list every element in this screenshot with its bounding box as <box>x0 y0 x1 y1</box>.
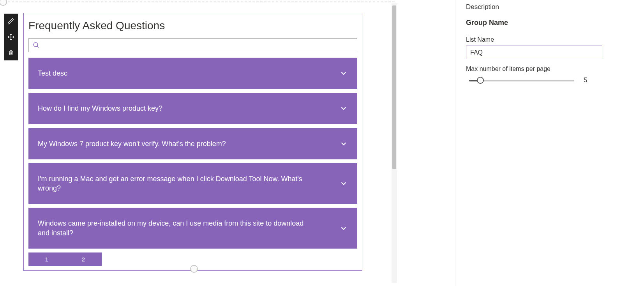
faq-question: How do I find my Windows product key? <box>38 104 162 113</box>
chevron-down-icon <box>339 179 348 188</box>
max-items-label: Max number of items per page <box>466 65 614 72</box>
chevron-down-icon <box>339 224 348 233</box>
slider-thumb[interactable] <box>477 77 484 84</box>
section-boundary-top <box>0 2 395 2</box>
chevron-down-icon <box>339 139 348 148</box>
canvas-scrollbar[interactable] <box>392 3 397 283</box>
section-handle-top[interactable] <box>0 0 7 6</box>
webpart-edit-toolbar <box>4 14 18 60</box>
property-pane: Description Group Name List Name Max num… <box>466 3 614 84</box>
pane-divider <box>455 0 455 286</box>
scrollbar-thumb[interactable] <box>392 5 396 169</box>
group-heading: Group Name <box>466 19 614 27</box>
faq-question: My Windows 7 product key won't verify. W… <box>38 139 226 148</box>
move-icon <box>7 34 14 41</box>
delete-button[interactable] <box>4 45 18 60</box>
trash-icon <box>8 49 14 56</box>
section-handle-bottom[interactable] <box>190 265 198 273</box>
faq-item[interactable]: Test desc <box>28 58 357 89</box>
max-items-slider-row: 5 <box>466 76 614 84</box>
slider-track <box>469 80 574 81</box>
faq-item[interactable]: Windows came pre-installed on my device,… <box>28 208 357 249</box>
chevron-down-icon <box>339 104 348 113</box>
move-button[interactable] <box>4 29 18 45</box>
faq-question: I'm running a Mac and get an error messa… <box>38 174 311 193</box>
description-label: Description <box>466 3 614 11</box>
faq-item[interactable]: I'm running a Mac and get an error messa… <box>28 163 357 204</box>
pager: 1 2 <box>28 252 357 266</box>
faq-item[interactable]: My Windows 7 product key won't verify. W… <box>28 128 357 159</box>
max-items-slider[interactable] <box>469 77 574 84</box>
search-icon <box>33 42 40 49</box>
pencil-icon <box>7 18 14 25</box>
search-input[interactable] <box>43 42 353 49</box>
chevron-down-icon <box>339 69 348 78</box>
svg-point-0 <box>34 42 38 47</box>
list-name-label: List Name <box>466 36 614 43</box>
page-button-2[interactable]: 2 <box>65 252 102 266</box>
edit-button[interactable] <box>4 14 18 29</box>
page-button-1[interactable]: 1 <box>28 252 65 266</box>
list-name-input[interactable] <box>466 46 602 59</box>
faq-question: Test desc <box>38 69 67 78</box>
search-box[interactable] <box>28 38 357 52</box>
faq-question: Windows came pre-installed on my device,… <box>38 219 311 238</box>
faq-webpart: Frequently Asked Questions Test desc How… <box>23 13 362 271</box>
faq-item[interactable]: How do I find my Windows product key? <box>28 93 357 124</box>
webpart-title: Frequently Asked Questions <box>28 19 357 32</box>
max-items-value: 5 <box>584 76 587 84</box>
